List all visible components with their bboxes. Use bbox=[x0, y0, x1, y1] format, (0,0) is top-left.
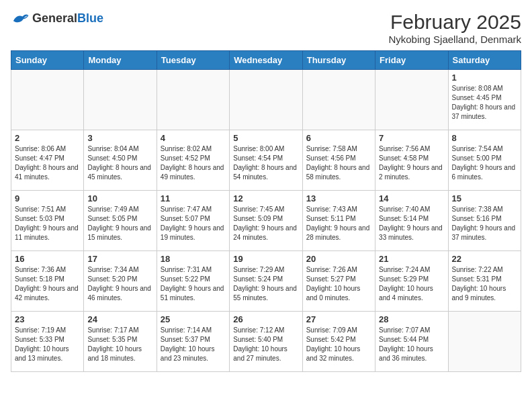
calendar-cell: 21Sunrise: 7:24 AM Sunset: 5:29 PM Dayli… bbox=[375, 251, 448, 312]
day-number: 6 bbox=[306, 133, 371, 143]
day-info: Sunrise: 7:58 AM Sunset: 4:56 PM Dayligh… bbox=[306, 144, 371, 182]
day-number: 25 bbox=[161, 314, 226, 324]
logo: GeneralBlue bbox=[11, 11, 103, 26]
page-header: GeneralBlue February 2025 Nykobing Sjael… bbox=[11, 11, 521, 45]
day-number: 16 bbox=[15, 254, 80, 264]
calendar-cell: 27Sunrise: 7:09 AM Sunset: 5:42 PM Dayli… bbox=[302, 312, 375, 372]
day-info: Sunrise: 8:04 AM Sunset: 4:50 PM Dayligh… bbox=[87, 144, 152, 182]
day-info: Sunrise: 7:12 AM Sunset: 5:40 PM Dayligh… bbox=[233, 326, 298, 363]
day-info: Sunrise: 7:49 AM Sunset: 5:05 PM Dayligh… bbox=[87, 205, 152, 242]
day-number: 2 bbox=[15, 133, 80, 143]
day-number: 7 bbox=[379, 133, 444, 143]
calendar-cell: 5Sunrise: 8:00 AM Sunset: 4:54 PM Daylig… bbox=[230, 130, 302, 191]
day-number: 28 bbox=[379, 314, 444, 324]
day-number: 10 bbox=[87, 193, 152, 203]
calendar-cell bbox=[448, 312, 521, 372]
day-info: Sunrise: 7:34 AM Sunset: 5:20 PM Dayligh… bbox=[87, 265, 152, 303]
month-title: February 2025 bbox=[388, 11, 521, 34]
logo-bird-icon bbox=[11, 11, 30, 26]
calendar-cell: 14Sunrise: 7:40 AM Sunset: 5:14 PM Dayli… bbox=[375, 191, 448, 251]
day-number: 9 bbox=[15, 193, 80, 203]
day-info: Sunrise: 8:00 AM Sunset: 4:54 PM Dayligh… bbox=[233, 144, 298, 182]
calendar-cell: 3Sunrise: 8:04 AM Sunset: 4:50 PM Daylig… bbox=[84, 130, 157, 191]
calendar-cell: 1Sunrise: 8:08 AM Sunset: 4:45 PM Daylig… bbox=[448, 70, 521, 130]
calendar-cell bbox=[84, 70, 157, 130]
calendar-cell: 22Sunrise: 7:22 AM Sunset: 5:31 PM Dayli… bbox=[448, 251, 521, 312]
day-number: 11 bbox=[161, 193, 226, 203]
day-number: 14 bbox=[379, 193, 444, 203]
calendar-cell: 16Sunrise: 7:36 AM Sunset: 5:18 PM Dayli… bbox=[11, 251, 84, 312]
calendar-cell: 13Sunrise: 7:43 AM Sunset: 5:11 PM Dayli… bbox=[302, 191, 375, 251]
day-info: Sunrise: 7:51 AM Sunset: 5:03 PM Dayligh… bbox=[15, 205, 80, 242]
day-info: Sunrise: 7:56 AM Sunset: 4:58 PM Dayligh… bbox=[379, 144, 444, 182]
calendar-cell: 4Sunrise: 8:02 AM Sunset: 4:52 PM Daylig… bbox=[157, 130, 229, 191]
day-info: Sunrise: 7:45 AM Sunset: 5:09 PM Dayligh… bbox=[233, 205, 298, 242]
day-info: Sunrise: 7:26 AM Sunset: 5:27 PM Dayligh… bbox=[306, 265, 371, 303]
day-number: 18 bbox=[161, 254, 226, 264]
calendar-week-2: 2Sunrise: 8:06 AM Sunset: 4:47 PM Daylig… bbox=[11, 130, 521, 191]
calendar-week-3: 9Sunrise: 7:51 AM Sunset: 5:03 PM Daylig… bbox=[11, 191, 521, 251]
calendar-cell: 26Sunrise: 7:12 AM Sunset: 5:40 PM Dayli… bbox=[230, 312, 302, 372]
day-number: 23 bbox=[15, 314, 80, 324]
calendar-week-4: 16Sunrise: 7:36 AM Sunset: 5:18 PM Dayli… bbox=[11, 251, 521, 312]
day-number: 19 bbox=[233, 254, 298, 264]
day-info: Sunrise: 7:24 AM Sunset: 5:29 PM Dayligh… bbox=[379, 265, 444, 303]
day-number: 24 bbox=[87, 314, 152, 324]
day-number: 13 bbox=[306, 193, 371, 203]
day-info: Sunrise: 7:09 AM Sunset: 5:42 PM Dayligh… bbox=[306, 326, 371, 363]
day-info: Sunrise: 7:40 AM Sunset: 5:14 PM Dayligh… bbox=[379, 205, 444, 242]
day-info: Sunrise: 8:02 AM Sunset: 4:52 PM Dayligh… bbox=[161, 144, 226, 182]
day-info: Sunrise: 7:31 AM Sunset: 5:22 PM Dayligh… bbox=[161, 265, 226, 303]
day-info: Sunrise: 7:47 AM Sunset: 5:07 PM Dayligh… bbox=[161, 205, 226, 242]
calendar-cell: 10Sunrise: 7:49 AM Sunset: 5:05 PM Dayli… bbox=[84, 191, 157, 251]
calendar-header-row: SundayMondayTuesdayWednesdayThursdayFrid… bbox=[11, 51, 521, 70]
calendar-table: SundayMondayTuesdayWednesdayThursdayFrid… bbox=[11, 50, 521, 372]
day-info: Sunrise: 7:19 AM Sunset: 5:33 PM Dayligh… bbox=[15, 326, 80, 363]
calendar-cell bbox=[375, 70, 448, 130]
day-number: 12 bbox=[233, 193, 298, 203]
day-number: 21 bbox=[379, 254, 444, 264]
calendar-cell bbox=[157, 70, 229, 130]
day-info: Sunrise: 8:06 AM Sunset: 4:47 PM Dayligh… bbox=[15, 144, 80, 182]
calendar-cell: 25Sunrise: 7:14 AM Sunset: 5:37 PM Dayli… bbox=[157, 312, 229, 372]
day-info: Sunrise: 7:17 AM Sunset: 5:35 PM Dayligh… bbox=[87, 326, 152, 363]
calendar-week-5: 23Sunrise: 7:19 AM Sunset: 5:33 PM Dayli… bbox=[11, 312, 521, 372]
title-block: February 2025 Nykobing Sjaelland, Denmar… bbox=[388, 11, 521, 45]
logo-blue: Blue bbox=[77, 11, 103, 25]
day-number: 17 bbox=[87, 254, 152, 264]
calendar-cell: 15Sunrise: 7:38 AM Sunset: 5:16 PM Dayli… bbox=[448, 191, 521, 251]
weekday-header-wednesday: Wednesday bbox=[230, 51, 302, 70]
day-number: 4 bbox=[161, 133, 226, 143]
calendar-cell: 2Sunrise: 8:06 AM Sunset: 4:47 PM Daylig… bbox=[11, 130, 84, 191]
calendar-cell: 11Sunrise: 7:47 AM Sunset: 5:07 PM Dayli… bbox=[157, 191, 229, 251]
weekday-header-sunday: Sunday bbox=[11, 51, 84, 70]
calendar-cell: 6Sunrise: 7:58 AM Sunset: 4:56 PM Daylig… bbox=[302, 130, 375, 191]
day-number: 27 bbox=[306, 314, 371, 324]
calendar-cell: 24Sunrise: 7:17 AM Sunset: 5:35 PM Dayli… bbox=[84, 312, 157, 372]
calendar-cell: 12Sunrise: 7:45 AM Sunset: 5:09 PM Dayli… bbox=[230, 191, 302, 251]
calendar-cell: 19Sunrise: 7:29 AM Sunset: 5:24 PM Dayli… bbox=[230, 251, 302, 312]
calendar-cell: 20Sunrise: 7:26 AM Sunset: 5:27 PM Dayli… bbox=[302, 251, 375, 312]
day-info: Sunrise: 7:22 AM Sunset: 5:31 PM Dayligh… bbox=[452, 265, 517, 303]
day-info: Sunrise: 7:43 AM Sunset: 5:11 PM Dayligh… bbox=[306, 205, 371, 242]
day-info: Sunrise: 7:07 AM Sunset: 5:44 PM Dayligh… bbox=[379, 326, 444, 363]
day-info: Sunrise: 7:29 AM Sunset: 5:24 PM Dayligh… bbox=[233, 265, 298, 303]
day-number: 15 bbox=[452, 193, 517, 203]
day-info: Sunrise: 7:54 AM Sunset: 5:00 PM Dayligh… bbox=[452, 144, 517, 182]
day-number: 3 bbox=[87, 133, 152, 143]
day-number: 20 bbox=[306, 254, 371, 264]
day-number: 26 bbox=[233, 314, 298, 324]
day-info: Sunrise: 8:08 AM Sunset: 4:45 PM Dayligh… bbox=[452, 84, 517, 122]
logo-general: General bbox=[32, 11, 77, 25]
calendar-cell: 18Sunrise: 7:31 AM Sunset: 5:22 PM Dayli… bbox=[157, 251, 229, 312]
calendar-cell: 23Sunrise: 7:19 AM Sunset: 5:33 PM Dayli… bbox=[11, 312, 84, 372]
calendar-cell bbox=[230, 70, 302, 130]
calendar-cell bbox=[11, 70, 84, 130]
location-title: Nykobing Sjaelland, Denmark bbox=[388, 34, 521, 45]
calendar-cell: 17Sunrise: 7:34 AM Sunset: 5:20 PM Dayli… bbox=[84, 251, 157, 312]
weekday-header-tuesday: Tuesday bbox=[157, 51, 229, 70]
calendar-cell: 7Sunrise: 7:56 AM Sunset: 4:58 PM Daylig… bbox=[375, 130, 448, 191]
weekday-header-friday: Friday bbox=[375, 51, 448, 70]
weekday-header-monday: Monday bbox=[84, 51, 157, 70]
day-number: 22 bbox=[452, 254, 517, 264]
